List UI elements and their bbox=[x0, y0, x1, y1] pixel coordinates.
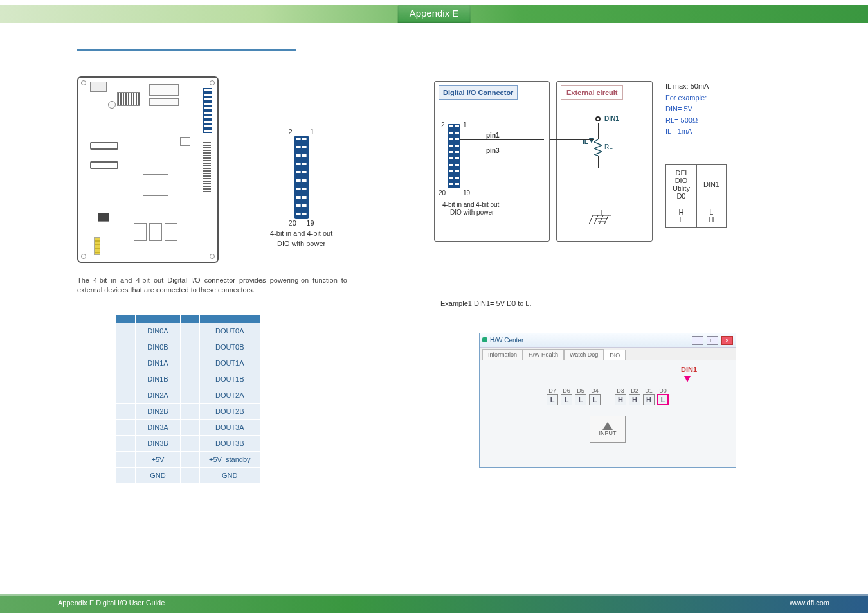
input-button-label: INPUT bbox=[599, 430, 617, 436]
dio-connector-box: Digital I/O Connector 2 1 20 19 pin1 pin… bbox=[434, 81, 550, 242]
table-header bbox=[136, 314, 181, 323]
truth-header-2: DIN1 bbox=[696, 165, 726, 204]
footer-right-text: www.dfi.com bbox=[790, 599, 829, 607]
hwcenter-tab[interactable]: Information bbox=[482, 349, 523, 360]
table-row: DIN3ADOUT3A bbox=[116, 419, 260, 435]
pin1-label: pin1 bbox=[486, 132, 500, 139]
right-column: Digital I/O Connector 2 1 20 19 pin1 pin… bbox=[434, 49, 791, 577]
circuit-diagram: Digital I/O Connector 2 1 20 19 pin1 pin… bbox=[434, 81, 717, 254]
mini-pin-1: 1 bbox=[463, 121, 467, 129]
dio-bit: D6L bbox=[561, 387, 572, 405]
left-column: 21 2019 4-bit in and 4-bit out DIO with … bbox=[77, 49, 434, 577]
mini-caption-1: 4-bit in and 4-bit out bbox=[442, 201, 499, 208]
dio-bit: D4L bbox=[589, 387, 601, 405]
input-button[interactable]: INPUT bbox=[590, 416, 626, 443]
dio-bits-row: D7LD6LD5LD4LD3HD2HD1HD0L bbox=[491, 387, 724, 405]
external-circuit-box: External circuit DIN1 RL IL bbox=[556, 81, 653, 242]
pin3-label: pin3 bbox=[486, 147, 500, 154]
pin-assignment-table: DIN0ADOUT0ADIN0BDOUT0BDIN1ADOUT1ADIN1BDO… bbox=[116, 314, 260, 484]
spec-text: IL max: 50mA For example: DIN= 5V RL= 50… bbox=[665, 81, 709, 138]
motherboard-diagram bbox=[77, 76, 219, 263]
pin-label-19: 19 bbox=[306, 219, 314, 227]
svg-line-7 bbox=[604, 215, 608, 224]
spec-line: For example: bbox=[665, 93, 709, 104]
dio-connector-title: Digital I/O Connector bbox=[439, 85, 518, 100]
dio-bit: D1H bbox=[643, 387, 655, 405]
hwcenter-titlebar: H/W Center – □ × bbox=[480, 333, 736, 348]
arrow-up-icon bbox=[602, 422, 613, 430]
close-button[interactable]: × bbox=[721, 336, 733, 345]
pin-label-1: 1 bbox=[310, 128, 314, 136]
table-row: DIN3BDOUT3B bbox=[116, 435, 260, 451]
hwcenter-tab[interactable]: DIO bbox=[604, 350, 626, 360]
truth-cell: H L bbox=[666, 204, 697, 228]
dio-pin-header: 21 2019 4-bit in and 4-bit out DIO with … bbox=[270, 128, 332, 247]
hwcenter-window: H/W Center – □ × InformationH/W HealthWa… bbox=[479, 333, 736, 468]
mini-caption-2: DIO with power bbox=[450, 209, 494, 216]
spec-line: IL max: 50mA bbox=[665, 81, 709, 93]
hwcenter-tabs: InformationH/W HealthWatch DogDIO bbox=[480, 348, 736, 360]
rl-label: RL bbox=[604, 143, 613, 150]
connector-description: The 4-bit in and 4-bit out Digital I/O c… bbox=[77, 276, 347, 295]
arrow-down-icon bbox=[684, 376, 691, 382]
mini-pin-19: 19 bbox=[463, 190, 470, 197]
external-circuit-title: External circuit bbox=[561, 85, 623, 100]
table-row: DIN0BDOUT0B bbox=[116, 339, 260, 355]
page-body: 21 2019 4-bit in and 4-bit out DIO with … bbox=[0, 23, 868, 590]
section-separator bbox=[77, 49, 296, 51]
hwcenter-title: H/W Center bbox=[490, 337, 523, 344]
table-header bbox=[200, 314, 260, 323]
hwcenter-content: DIN1 D7LD6LD5LD4LD3HD2HD1HD0L INPUT bbox=[480, 360, 736, 457]
truth-cell: L H bbox=[696, 204, 726, 228]
table-row: DIN2ADOUT2A bbox=[116, 387, 260, 403]
pin-header-caption-2: DIO with power bbox=[270, 240, 332, 247]
header-bar: Appendix E bbox=[0, 5, 868, 23]
table-header bbox=[116, 314, 136, 323]
hwcenter-tab[interactable]: Watch Dog bbox=[564, 349, 604, 360]
dio-bit: D0L bbox=[657, 387, 669, 405]
table-row: +5V+5V_standby bbox=[116, 451, 260, 467]
table-row: DIN1BDOUT1B bbox=[116, 371, 260, 387]
svg-line-6 bbox=[599, 215, 603, 224]
window-buttons: – □ × bbox=[691, 336, 733, 345]
mini-pin-2: 2 bbox=[441, 121, 445, 129]
table-header bbox=[181, 314, 200, 323]
din1-indicator-label: DIN1 bbox=[681, 366, 697, 373]
footer-left-text: Appendix E Digital I/O User Guide bbox=[58, 599, 165, 607]
truth-table: DFI DIO Utility D0 DIN1 H L L H bbox=[665, 164, 727, 228]
appendix-tab: Appendix E bbox=[398, 5, 471, 23]
hwcenter-tab[interactable]: H/W Health bbox=[523, 349, 564, 360]
table-row: DIN0ADOUT0A bbox=[116, 323, 260, 339]
spec-line: RL= 500Ω bbox=[665, 115, 709, 127]
svg-line-5 bbox=[594, 215, 598, 224]
example-caption: Example1 DIN1= 5V D0 to L. bbox=[440, 299, 791, 307]
svg-line-4 bbox=[589, 215, 593, 224]
table-row: DIN2BDOUT2B bbox=[116, 403, 260, 419]
pin-label-20: 20 bbox=[289, 219, 296, 227]
truth-header-1: DFI DIO Utility D0 bbox=[666, 165, 697, 204]
minimize-button[interactable]: – bbox=[692, 336, 703, 345]
dio-bit: D7L bbox=[547, 387, 558, 405]
mini-pin-20: 20 bbox=[439, 190, 446, 197]
dio-bit: D5L bbox=[575, 387, 586, 405]
page-footer: Appendix E Digital I/O User Guide www.df… bbox=[0, 594, 868, 613]
din1-node-label: DIN1 bbox=[604, 115, 619, 122]
spec-line: IL= 1mA bbox=[665, 126, 709, 138]
pin-header-caption-1: 4-bit in and 4-bit out bbox=[270, 229, 332, 237]
table-row: GNDGND bbox=[116, 467, 260, 483]
dio-bit: D2H bbox=[629, 387, 640, 405]
maximize-button[interactable]: □ bbox=[707, 336, 718, 345]
dio-bit: D3H bbox=[615, 387, 626, 405]
spec-line: DIN= 5V bbox=[665, 103, 709, 115]
table-row: DIN1ADOUT1A bbox=[116, 355, 260, 371]
pin-label-2: 2 bbox=[289, 128, 293, 136]
